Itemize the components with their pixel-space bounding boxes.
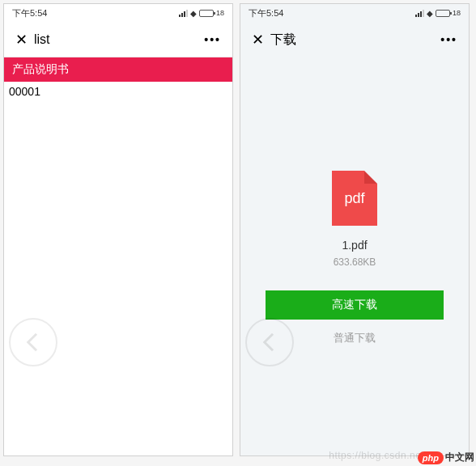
status-time: 下午5:54 — [12, 7, 47, 19]
battery-icon — [436, 10, 450, 17]
chevron-left-icon — [263, 333, 282, 352]
status-bar: 下午5:54 ◆ 18 — [4, 4, 232, 22]
pdf-file-icon: pdf — [332, 171, 377, 226]
more-icon[interactable]: ••• — [440, 33, 457, 46]
status-bar: 下午5:54 ◆ 18 — [240, 4, 469, 22]
battery-percent: 18 — [453, 9, 461, 17]
site-logo: php 中文网 — [418, 451, 474, 464]
logo-php-pill: php — [418, 451, 444, 464]
normal-download-button[interactable]: 普通下载 — [334, 331, 376, 345]
signal-icon — [415, 10, 424, 17]
back-floating-button[interactable] — [245, 318, 294, 366]
section-header: 产品说明书 — [4, 57, 232, 82]
wifi-icon: ◆ — [427, 9, 433, 18]
nav-title: list — [34, 32, 50, 47]
nav-bar: ✕ list ••• — [4, 22, 232, 57]
phone-screen-list: 下午5:54 ◆ 18 ✕ list ••• 产品说明书 00001 — [3, 3, 233, 456]
list-item[interactable]: 00001 — [4, 82, 232, 101]
fast-download-button[interactable]: 高速下载 — [266, 290, 444, 320]
logo-cn-text: 中文网 — [445, 451, 474, 464]
signal-icon — [179, 10, 188, 17]
chevron-left-icon — [27, 333, 45, 352]
battery-icon — [199, 10, 214, 17]
nav-bar: ✕ 下载 ••• — [240, 22, 469, 57]
watermark-text: https://blog.csdn.net/ — [329, 450, 427, 461]
wifi-icon: ◆ — [190, 9, 197, 18]
phone-screen-download: 下午5:54 ◆ 18 ✕ 下载 ••• pdf 1.pdf 633.68KB … — [240, 3, 470, 456]
battery-percent: 18 — [216, 9, 224, 17]
file-size: 633.68KB — [334, 256, 376, 268]
pdf-label: pdf — [344, 190, 364, 207]
back-floating-button[interactable] — [9, 318, 57, 366]
nav-title: 下载 — [270, 32, 296, 49]
file-name: 1.pdf — [342, 239, 367, 252]
status-indicators: ◆ 18 — [415, 9, 461, 18]
status-time: 下午5:54 — [249, 7, 283, 19]
close-icon[interactable]: ✕ — [252, 31, 264, 49]
close-icon[interactable]: ✕ — [15, 31, 28, 49]
more-icon[interactable]: ••• — [204, 33, 221, 46]
status-indicators: ◆ 18 — [179, 9, 224, 18]
